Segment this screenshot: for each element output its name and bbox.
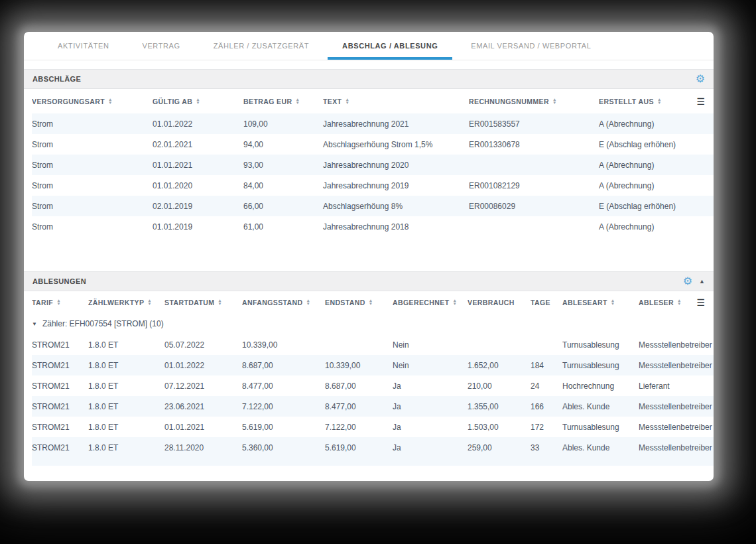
- cell-ableseart: Turnusablesung: [562, 423, 639, 432]
- cell-ableseart: Ables. Kunde: [562, 443, 639, 452]
- table-row[interactable]: STROM211.8.0 ET01.01.20228.687,0010.339,…: [32, 355, 714, 375]
- sort-icon: ▲▼: [657, 98, 662, 104]
- cell-endstand: 8.477,00: [325, 402, 393, 411]
- table-row[interactable]: STROM211.8.0 ET28.11.20205.360,005.619,0…: [32, 437, 714, 458]
- cell-gültig-ab: 01.01.2019: [153, 222, 243, 232]
- column-header-zählwerktyp[interactable]: ZÄHLWERKTYP▲▼: [88, 299, 164, 306]
- cell-startdatum: 05.07.2022: [164, 340, 242, 350]
- cell-ableser: Messstellenbetreiber: [639, 340, 714, 350]
- table-row[interactable]: STROM211.8.0 ET07.12.20218.477,008.687,0…: [32, 375, 714, 396]
- column-header-label: RECHNUNGSNUMMER: [469, 98, 549, 105]
- table-row[interactable]: STROM211.8.0 ET01.01.20215.619,007.122,0…: [32, 417, 714, 437]
- column-header-tage: TAGE: [531, 299, 562, 306]
- column-header-rechnungsnummer[interactable]: RECHNUNGSNUMMER▲▼: [469, 98, 599, 105]
- sort-icon: ▲▼: [196, 98, 200, 104]
- column-header-label: ZÄHLWERKTYP: [88, 299, 144, 306]
- cell-text: Abschlagserhöung Strom 1,5%: [323, 140, 469, 149]
- cell-tarif: STROM21: [32, 340, 88, 350]
- column-header-startdatum[interactable]: STARTDATUM▲▼: [164, 299, 242, 306]
- column-header-betrag-eur[interactable]: BETRAG EUR▲▼: [243, 98, 323, 105]
- sort-icon: ▲▼: [369, 299, 373, 305]
- cell-versorgungsart: Strom: [32, 161, 153, 170]
- cell-abgerechnet: Ja: [393, 402, 468, 411]
- column-header-text[interactable]: TEXT▲▼: [323, 98, 469, 105]
- column-header-gültig-ab[interactable]: GÜLTIG AB▲▼: [153, 98, 243, 105]
- group-expanded-icon: ▼: [32, 321, 37, 327]
- collapse-section-icon[interactable]: ▲: [699, 278, 705, 285]
- column-header-versorgungsart[interactable]: VERSORGUNGSART▲▼: [32, 98, 153, 105]
- cell-ableseart: Turnusablesung: [562, 340, 639, 350]
- cell-ableseart: Ables. Kunde: [562, 402, 639, 411]
- column-header-label: BETRAG EUR: [243, 98, 292, 105]
- abschlaege-column-header-row: VERSORGUNGSART▲▼GÜLTIG AB▲▼BETRAG EUR▲▼T…: [32, 89, 714, 113]
- cell-abgerechnet: Nein: [393, 340, 468, 350]
- table-row[interactable]: Strom02.01.202194,00Abschlagserhöung Str…: [32, 134, 714, 155]
- cell-text: Jahresabrechnung 2018: [323, 222, 469, 232]
- column-header-ableseart[interactable]: ABLESEART▲▼: [562, 299, 639, 306]
- cell-betrag-eur: 61,00: [243, 222, 323, 232]
- ablesungen-section-title: ABLESUNGEN: [32, 277, 86, 285]
- settings-gear-icon[interactable]: ⚙: [696, 74, 705, 84]
- cell-versorgungsart: Strom: [32, 181, 153, 190]
- table-row[interactable]: STROM211.8.0 ET23.06.20217.122,008.477,0…: [32, 396, 714, 417]
- cell-rechnungsnummer: ER001330678: [469, 140, 599, 149]
- tab-aktivitäten[interactable]: AKTIVITÄTEN: [41, 32, 126, 60]
- column-header-tarif[interactable]: TARIF▲▼: [32, 299, 88, 306]
- cell-erstellt-aus: A (Abrechnung): [599, 161, 714, 170]
- column-header-endstand[interactable]: ENDSTAND▲▼: [325, 299, 393, 306]
- cell-erstellt-aus: A (Abrechnung): [599, 222, 714, 232]
- tab-zähler-zusatzgerät[interactable]: ZÄHLER / ZUSATZGERÄT: [197, 32, 326, 60]
- tab-vertrag[interactable]: VERTRAG: [126, 32, 197, 60]
- column-header-label: ABLESEART: [562, 299, 607, 306]
- column-header-label: ANFANGSSTAND: [242, 299, 303, 306]
- meter-group-row[interactable]: ▼ Zähler: EFH007554 [STROM] (10): [32, 313, 714, 334]
- cell-betrag-eur: 94,00: [243, 140, 323, 149]
- cell-betrag-eur: 109,00: [243, 119, 323, 129]
- cell-ableser: Messstellenbetreiber: [639, 443, 714, 452]
- sort-icon: ▲▼: [147, 299, 152, 305]
- cell-zählwerktyp: 1.8.0 ET: [88, 340, 164, 350]
- cell-abgerechnet: Ja: [393, 381, 468, 391]
- cell-tarif: STROM21: [32, 423, 88, 432]
- ablesungen-section-header: ABLESUNGEN ⚙ ▲: [24, 271, 714, 291]
- sort-icon: ▲▼: [218, 299, 222, 305]
- column-header-label: TEXT: [323, 98, 342, 105]
- cell-startdatum: 28.11.2020: [164, 443, 242, 452]
- table-menu-icon[interactable]: ☰: [696, 298, 705, 307]
- table-row[interactable]: Strom02.01.201966,00Abschlagserhöung 8%E…: [32, 196, 714, 216]
- cell-erstellt-aus: A (Abrechnung): [599, 181, 714, 190]
- cell-tage: 166: [531, 402, 562, 411]
- tab-abschlag-ablesung[interactable]: ABSCHLAG / ABLESUNG: [326, 32, 454, 60]
- table-row[interactable]: STROM211.8.0 ET05.07.202210.339,00NeinTu…: [32, 334, 714, 355]
- table-row[interactable]: Strom01.01.202193,00Jahresabrechnung 202…: [32, 155, 714, 175]
- table-row[interactable]: Strom01.01.2022109,00Jahresabrechnung 20…: [32, 113, 714, 134]
- cell-verbrauch: 1.355,00: [468, 402, 531, 411]
- column-header-anfangsstand[interactable]: ANFANGSSTAND▲▼: [242, 299, 325, 306]
- sort-icon: ▲▼: [56, 299, 61, 305]
- column-header-label: TARIF: [32, 299, 53, 306]
- cell-rechnungsnummer: ER001583557: [469, 119, 599, 129]
- cell-versorgungsart: Strom: [32, 202, 153, 211]
- cell-text: Jahresabrechnung 2020: [323, 161, 469, 170]
- tab-email-versand-webportal[interactable]: EMAIL VERSAND / WEBPORTAL: [454, 32, 607, 60]
- sort-icon: ▲▼: [552, 98, 557, 104]
- ablesungen-section: ABLESUNGEN ⚙ ▲ TARIF▲▼ZÄHLWERKTYP▲▼START…: [24, 271, 714, 466]
- cell-betrag-eur: 84,00: [243, 181, 323, 190]
- table-row[interactable]: Strom01.01.201961,00Jahresabrechnung 201…: [32, 216, 714, 237]
- sort-icon: ▲▼: [453, 299, 458, 305]
- column-header-abgerechnet[interactable]: ABGERECHNET▲▼: [393, 299, 468, 306]
- cell-betrag-eur: 66,00: [243, 202, 323, 211]
- cell-zählwerktyp: 1.8.0 ET: [88, 423, 164, 432]
- column-header-label: STARTDATUM: [164, 299, 214, 306]
- settings-gear-icon[interactable]: ⚙: [683, 276, 692, 287]
- cell-erstellt-aus: E (Abschlag erhöhen): [599, 202, 714, 211]
- sort-icon: ▲▼: [295, 98, 300, 104]
- column-header-label: VERBRAUCH: [468, 299, 515, 306]
- table-row[interactable]: Strom01.01.202084,00Jahresabrechnung 201…: [32, 175, 714, 196]
- cell-startdatum: 23.06.2021: [164, 402, 242, 411]
- table-menu-icon[interactable]: ☰: [696, 97, 705, 106]
- content-card: AKTIVITÄTENVERTRAGZÄHLER / ZUSATZGERÄTAB…: [24, 32, 714, 481]
- ablesungen-table-body: STROM211.8.0 ET05.07.202210.339,00NeinTu…: [32, 334, 714, 458]
- cell-tarif: STROM21: [32, 402, 88, 411]
- cell-endstand: 7.122,00: [325, 423, 393, 432]
